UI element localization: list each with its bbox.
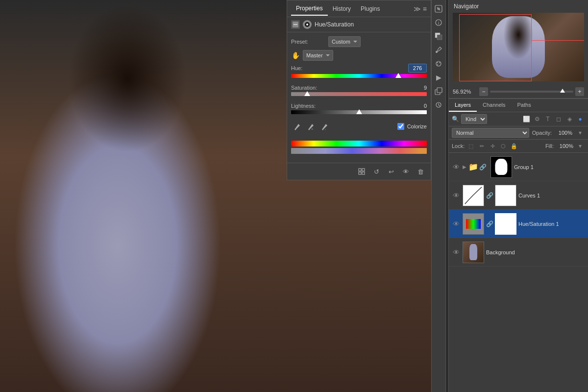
filter-adjust-button[interactable]: ⚙ — [532, 114, 542, 124]
layer-visibility-curves1[interactable]: 👁 — [452, 191, 461, 200]
panel-title: Hue/Saturation — [315, 21, 354, 28]
delete-button[interactable]: 🗑 — [414, 166, 427, 177]
lock-icons: ⬚ ✏ ✛ ⬡ 🔒 — [466, 142, 518, 150]
filter-kind-select[interactable]: Kind — [461, 114, 487, 124]
filter-smart-button[interactable]: ◈ — [564, 114, 574, 124]
lock-paint-button[interactable]: ✏ — [477, 142, 486, 150]
layer-thumb-curves1 — [463, 185, 484, 206]
clone-panel-icon[interactable] — [433, 85, 444, 97]
lock-label: Lock: — [452, 143, 465, 149]
tab-history[interactable]: History — [328, 2, 356, 15]
lock-bar: Lock: ⬚ ✏ ✛ ⬡ 🔒 Fill: 100% ▾ — [449, 140, 588, 153]
layer-thumb-background — [463, 242, 484, 263]
layer-name-huesat1: Hue/Saturation 1 — [518, 221, 585, 227]
spectrum-container — [291, 141, 427, 154]
channel-select-wrapper: Master — [303, 50, 427, 61]
eyedropper-minus-button[interactable]: - — [318, 121, 330, 133]
zoom-slider[interactable] — [490, 91, 573, 93]
panel-body: Preset: Custom ✋ Master Hue: 276 — [287, 32, 431, 163]
hue-slider-thumb[interactable] — [395, 73, 401, 78]
visibility-button[interactable]: 👁 — [399, 166, 412, 177]
history-panel-icon[interactable] — [433, 99, 444, 111]
sat-slider-bar — [291, 92, 427, 96]
blend-mode-select[interactable]: Normal — [452, 128, 529, 138]
layer-info-huesat1: Hue/Saturation 1 — [518, 221, 585, 227]
lock-all-button[interactable]: 🔒 — [510, 142, 518, 150]
fill-value: 100% — [556, 143, 573, 149]
navigator-section: Navigator 56.92% − + — [449, 0, 588, 99]
fill-dropdown-button[interactable]: ▾ — [575, 141, 585, 151]
sat-slider-thumb[interactable] — [304, 91, 310, 96]
play-panel-icon[interactable]: ▶ — [433, 72, 444, 83]
tab-paths[interactable]: Paths — [512, 99, 537, 112]
cycle-button[interactable]: ↺ — [370, 166, 383, 177]
hue-value-input[interactable]: 276 — [408, 64, 427, 73]
opacity-label: Opacity: — [532, 130, 552, 136]
layer-visibility-group1[interactable]: 👁 — [452, 163, 461, 172]
layer-row-group1[interactable]: 👁 ▶ 📁 🔗 Group 1 — [449, 153, 588, 181]
layer-row-huesat1[interactable]: 👁 🔗 — [449, 210, 588, 238]
navigator-preview[interactable] — [453, 13, 584, 81]
eyedropper-plus-button[interactable]: + — [305, 121, 317, 133]
tab-properties[interactable]: Properties — [291, 2, 328, 16]
lock-artboard-button[interactable]: ⬡ — [499, 142, 508, 150]
layers-list: 👁 ▶ 📁 🔗 Group 1 👁 — [449, 153, 588, 392]
preset-select[interactable]: Custom — [328, 36, 361, 47]
brush-panel-icon[interactable] — [433, 44, 444, 56]
navigator-panel-icon[interactable] — [433, 3, 444, 15]
hue-slider-track[interactable] — [291, 74, 427, 80]
svg-rect-6 — [359, 169, 361, 171]
svg-rect-26 — [466, 219, 481, 229]
reset-button[interactable]: ↩ — [385, 166, 397, 177]
navigator-title: Navigator — [454, 3, 479, 10]
lock-position-button[interactable]: ✛ — [488, 142, 497, 150]
filter-type-button[interactable]: T — [543, 114, 553, 124]
svg-rect-8 — [359, 172, 361, 174]
light-slider-thumb[interactable] — [356, 109, 362, 114]
tab-plugins[interactable]: Plugins — [356, 2, 385, 15]
filter-toggle-button[interactable]: ● — [575, 114, 585, 124]
filter-shape-button[interactable]: ◻ — [554, 114, 564, 124]
zoom-bar: 56.92% − + — [449, 85, 588, 98]
tab-layers[interactable]: Layers — [449, 99, 477, 112]
saturation-label: Saturation: — [291, 85, 317, 91]
light-slider-track[interactable] — [291, 110, 427, 116]
lightness-row: Lightness: 0 — [291, 103, 427, 116]
filter-pixel-button[interactable]: ⬜ — [521, 114, 531, 124]
eyedropper-button[interactable] — [291, 121, 303, 133]
colorize-row: Colorize — [397, 123, 427, 130]
layer-visibility-huesat1[interactable]: 👁 — [452, 220, 461, 228]
properties-panel: Properties History Plugins ≫ ≡ Hue/Satur… — [287, 0, 431, 180]
colorize-label: Colorize — [407, 123, 427, 129]
expand-icon[interactable]: ≫ — [414, 5, 421, 13]
clip-to-layer-button[interactable] — [355, 166, 368, 177]
panel-toolbar: ↺ ↩ 👁 🗑 — [287, 163, 431, 180]
navigator-viewport-rect — [459, 14, 531, 81]
sat-slider-track[interactable] — [291, 92, 427, 98]
layer-row-background[interactable]: 👁 Background — [449, 238, 588, 267]
lock-transparent-button[interactable]: ⬚ — [466, 142, 475, 150]
layer-name-background: Background — [486, 249, 585, 255]
zoom-in-button[interactable]: + — [575, 87, 584, 96]
channel-select[interactable]: Master — [303, 50, 333, 61]
tab-channels[interactable]: Channels — [477, 99, 511, 112]
zoom-out-button[interactable]: − — [479, 87, 488, 96]
menu-icon[interactable]: ≡ — [423, 5, 427, 13]
color-panel-icon[interactable] — [433, 30, 444, 42]
svg-text:+: + — [311, 127, 313, 130]
hand-tool-icon[interactable]: ✋ — [291, 51, 300, 60]
layer-expand-group1[interactable]: ▶ — [463, 164, 466, 170]
opacity-dropdown-button[interactable]: ▾ — [575, 128, 585, 138]
layer-visibility-background[interactable]: 👁 — [452, 248, 461, 257]
info-panel-icon[interactable]: i — [433, 17, 444, 28]
colorize-checkbox[interactable] — [397, 123, 404, 130]
svg-rect-7 — [362, 169, 365, 171]
navigator-image — [453, 13, 584, 81]
palette-panel-icon[interactable] — [433, 58, 444, 70]
layer-thumb-huesat1 — [463, 213, 484, 235]
preset-row: Preset: Custom — [291, 36, 427, 47]
layer-row-curves1[interactable]: 👁 🔗 Curves 1 — [449, 181, 588, 210]
layer-info-background: Background — [486, 249, 585, 255]
layer-link-huesat1: 🔗 — [486, 220, 493, 227]
layers-filter-bar: 🔍 Kind ⬜ ⚙ T ◻ ◈ ● — [449, 112, 588, 126]
